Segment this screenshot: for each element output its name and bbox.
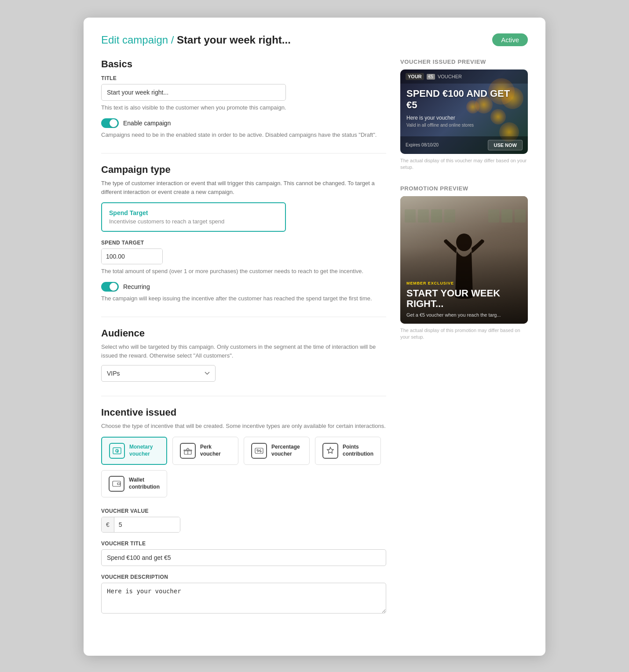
svg-point-7	[257, 449, 258, 451]
wallet-label: Walletcontribution	[129, 477, 160, 490]
voucher-preview-note: The actual display of this voucher may d…	[400, 157, 528, 171]
divider-2	[101, 317, 386, 317]
page-title: Edit campaign / Start your week right...	[101, 34, 291, 46]
voucher-preview-section: Voucher issued preview YOUR €5 VO	[400, 58, 528, 171]
enable-label: Enable campaign	[123, 120, 171, 127]
voucher-top-bar: YOUR €5 VOUCHER	[400, 69, 528, 84]
incentive-percentage[interactable]: Percentagevoucher	[244, 437, 310, 465]
voucher-value-row: € ▲ ▼	[101, 517, 180, 533]
promo-title: START YOUR WEEK RIGHT...	[406, 288, 522, 309]
audience-description: Select who will be targeted by this camp…	[101, 343, 386, 360]
spend-target-card-desc: Incentivise customers to reach a target …	[109, 218, 278, 225]
spend-target-input-wrap: ▲ ▼	[101, 248, 163, 264]
enable-description: Campaigns need to be in the enabled stat…	[101, 131, 386, 139]
voucher-description-input[interactable]	[101, 583, 386, 614]
voucher-footer: Expires 08/10/20 USE NOW	[400, 136, 528, 154]
voucher-label-text: VOUCHER	[438, 74, 462, 79]
voucher-preview-title: Voucher issued preview	[400, 58, 528, 65]
percentage-label: Percentagevoucher	[271, 444, 300, 457]
incentive-monetary[interactable]: $ Monetaryvoucher	[101, 437, 167, 465]
incentive-description: Choose the type of incentive that will b…	[101, 422, 386, 431]
voucher-euro-badge: €5	[427, 74, 435, 80]
audience-select[interactable]: VIPs All customers New members Premium	[101, 365, 216, 382]
spend-target-label: Spend target	[101, 240, 386, 246]
percentage-icon	[251, 443, 267, 459]
page-header: Edit campaign / Start your week right...…	[101, 33, 528, 46]
incentive-perk[interactable]: Perkvoucher	[172, 437, 238, 465]
recurring-toggle[interactable]	[101, 282, 119, 292]
divider-3	[101, 396, 386, 396]
incentive-points[interactable]: Pointscontribution	[315, 437, 381, 465]
incentive-grid: $ Monetaryvoucher	[101, 437, 386, 497]
voucher-preview-card: YOUR €5 VOUCHER SPEND €100 AND GET €5 He…	[400, 69, 528, 154]
campaign-type-section: Campaign type The type of customer inter…	[101, 164, 386, 303]
promo-content: MEMBER EXCLUSIVE START YOUR WEEK RIGHT..…	[400, 275, 528, 323]
svg-rect-10	[117, 483, 120, 485]
points-label: Pointscontribution	[343, 444, 373, 457]
euro-prefix: €	[102, 517, 114, 532]
spend-target-input[interactable]	[102, 249, 163, 264]
recurring-label: Recurring	[123, 283, 150, 290]
breadcrumb-link[interactable]: Edit campaign /	[101, 34, 174, 46]
campaign-type-description: The type of customer interaction or even…	[101, 179, 386, 196]
voucher-valid: Valid in all offline and online stores	[406, 123, 522, 128]
incentive-section: Incentive issued Choose the type of ince…	[101, 407, 386, 615]
campaign-title: Start your week right...	[177, 34, 291, 46]
audience-section: Audience Select who will be targeted by …	[101, 328, 386, 382]
svg-text:$: $	[117, 450, 119, 453]
promo-preview-card: MEMBER EXCLUSIVE START YOUR WEEK RIGHT..…	[400, 196, 528, 324]
promo-preview-title: Promotion preview	[400, 185, 528, 192]
promo-member-label: MEMBER EXCLUSIVE	[406, 281, 522, 285]
perk-label: Perkvoucher	[200, 444, 221, 457]
title-label: Title	[101, 75, 386, 81]
voucher-description-label: Voucher description	[101, 574, 386, 580]
incentive-wallet[interactable]: Walletcontribution	[101, 470, 167, 497]
voucher-sub: Here is your voucher	[406, 115, 522, 121]
monetary-label: Monetaryvoucher	[129, 444, 153, 457]
toggle-knob	[110, 119, 117, 127]
enable-toggle[interactable]	[101, 118, 119, 128]
right-column: Voucher issued preview YOUR €5 VO	[400, 58, 528, 354]
incentive-title: Incentive issued	[101, 407, 386, 418]
voucher-value-input[interactable]	[114, 517, 180, 532]
enable-campaign-row: Enable campaign	[101, 118, 386, 128]
title-description: This text is also visible to the custome…	[101, 103, 386, 112]
spend-target-card-title: Spend Target	[109, 209, 278, 216]
voucher-expires: Expires 08/10/20	[406, 142, 439, 147]
voucher-value-label: Voucher value	[101, 508, 386, 514]
app-container: Edit campaign / Start your week right...…	[84, 18, 545, 656]
voucher-headline: SPEND €100 AND GET €5	[406, 88, 522, 111]
audience-title: Audience	[101, 328, 386, 339]
campaign-title-input[interactable]	[101, 84, 286, 101]
voucher-brand: YOUR	[406, 73, 424, 80]
divider-1	[101, 153, 386, 153]
use-now-btn[interactable]: USE NOW	[488, 140, 523, 150]
promo-preview-section: Promotion preview	[400, 185, 528, 341]
main-layout: Basics Title This text is also visible t…	[101, 58, 528, 629]
basics-section: Basics Title This text is also visible t…	[101, 58, 386, 139]
points-icon	[322, 443, 338, 459]
recurring-row: Recurring	[101, 282, 386, 292]
monetary-icon: $	[109, 443, 125, 459]
left-column: Basics Title This text is also visible t…	[101, 58, 386, 629]
spend-target-description: The total amount of spend (over 1 or mor…	[101, 267, 386, 276]
perk-icon	[180, 443, 196, 459]
status-badge: Active	[492, 33, 528, 46]
recurring-toggle-knob	[110, 283, 117, 291]
spend-target-card: Spend Target Incentivise customers to re…	[101, 202, 286, 232]
voucher-title-label: Voucher title	[101, 541, 386, 547]
promo-preview-note: The actual display of this promotion may…	[400, 327, 528, 341]
voucher-title-input[interactable]	[101, 549, 386, 566]
recurring-description: The campaign will keep issuing the incen…	[101, 294, 386, 303]
campaign-type-title: Campaign type	[101, 164, 386, 175]
basics-title: Basics	[101, 58, 386, 70]
svg-point-8	[260, 451, 261, 452]
promo-desc: Get a €5 voucher when you reach the targ…	[406, 312, 522, 318]
svg-rect-9	[113, 481, 121, 486]
wallet-icon	[109, 476, 124, 492]
